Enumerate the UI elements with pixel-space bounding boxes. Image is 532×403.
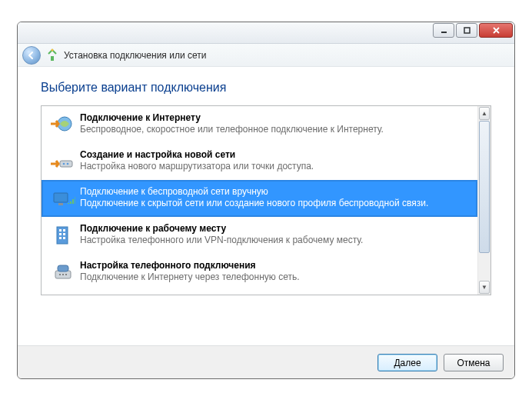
network-setup-icon: [45, 48, 59, 62]
svg-rect-20: [63, 237, 65, 239]
svg-rect-10: [70, 202, 71, 204]
minimize-button[interactable]: [433, 23, 454, 38]
svg-rect-11: [72, 199, 74, 204]
scroll-track[interactable]: [478, 121, 490, 280]
wizard-title: Установка подключения или сети: [64, 50, 206, 61]
content-area: Выберите вариант подключения Подключение…: [18, 67, 514, 345]
option-icon: [48, 112, 77, 138]
svg-rect-5: [60, 161, 72, 167]
option-item[interactable]: Подключение к рабочему месту Настройка т…: [42, 217, 477, 254]
svg-rect-16: [63, 229, 65, 231]
option-icon: [48, 259, 77, 285]
option-icon: [48, 185, 77, 211]
scroll-up-button[interactable]: ▲: [479, 107, 490, 120]
svg-rect-12: [75, 197, 75, 204]
svg-point-6: [63, 163, 65, 165]
next-button[interactable]: Далее: [377, 354, 437, 371]
option-description: Подключение к скрытой сети или создание …: [80, 198, 428, 209]
svg-rect-14: [57, 227, 68, 244]
option-icon: [48, 148, 77, 175]
close-button[interactable]: [479, 23, 513, 38]
svg-rect-15: [59, 229, 62, 231]
svg-rect-8: [54, 193, 68, 202]
svg-point-7: [67, 163, 69, 165]
option-icon: [48, 222, 77, 248]
back-button[interactable]: [22, 46, 41, 65]
scrollbar[interactable]: ▲ ▼: [477, 106, 490, 295]
option-item[interactable]: Создание и настройка новой сети Настройк…: [42, 143, 477, 180]
svg-rect-1: [464, 28, 470, 33]
svg-rect-18: [63, 233, 65, 235]
wizard-window: Установка подключения или сети Выберите …: [17, 22, 515, 379]
footer-bar: Далее Отмена: [18, 345, 514, 379]
option-title: Подключение к рабочему месту: [80, 223, 363, 235]
option-description: Подключение к Интернету через телефонную…: [80, 271, 300, 283]
breadcrumb-bar: Установка подключения или сети: [18, 44, 514, 67]
connection-options-list: Подключение к Интернету Беспроводное, ск…: [41, 105, 491, 295]
option-description: Настройка телефонного или VPN-подключени…: [80, 235, 363, 246]
title-bar: [18, 22, 514, 44]
option-title: Подключение к беспроводной сети вручную: [80, 186, 428, 198]
option-item[interactable]: Подключение к Интернету Беспроводное, ск…: [42, 106, 477, 143]
svg-rect-2: [51, 56, 54, 61]
svg-rect-13: [68, 203, 69, 204]
svg-point-25: [65, 274, 67, 275]
option-item[interactable]: Подключение к беспроводной сети вручную …: [42, 180, 477, 217]
option-title: Создание и настройка новой сети: [80, 149, 314, 161]
svg-point-24: [62, 274, 64, 275]
scroll-down-button[interactable]: ▼: [479, 281, 490, 294]
svg-rect-17: [59, 233, 62, 235]
scroll-thumb[interactable]: [479, 121, 490, 253]
option-item[interactable]: Настройка телефонного подключения Подклю…: [42, 254, 477, 291]
option-title: Настройка телефонного подключения: [80, 260, 300, 271]
cancel-button[interactable]: Отмена: [444, 354, 504, 371]
svg-rect-9: [58, 203, 63, 205]
page-title: Выберите вариант подключения: [41, 81, 491, 95]
svg-point-3: [52, 48, 54, 51]
svg-rect-22: [58, 265, 68, 271]
option-title: Подключение к Интернету: [80, 112, 384, 124]
svg-point-23: [59, 274, 61, 275]
maximize-button[interactable]: [456, 23, 477, 38]
option-description: Настройка нового маршрутизатора или точк…: [80, 161, 314, 172]
svg-rect-19: [59, 237, 62, 239]
svg-rect-0: [441, 32, 447, 33]
option-description: Беспроводное, скоростное или телефонное …: [80, 124, 384, 135]
